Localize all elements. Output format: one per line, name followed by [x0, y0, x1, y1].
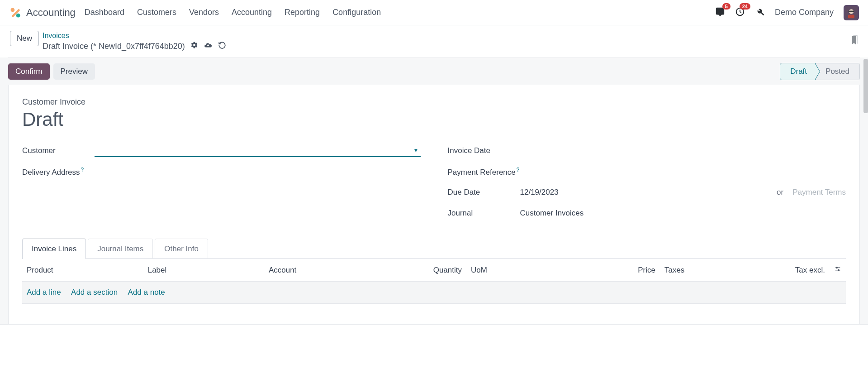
svg-point-1: [11, 8, 15, 12]
journal-field[interactable]: Customer Invoices: [520, 209, 846, 218]
new-button[interactable]: New: [10, 31, 39, 46]
journal-label: Journal: [448, 209, 520, 218]
scrollbar[interactable]: [863, 59, 868, 113]
preview-button[interactable]: Preview: [53, 63, 95, 80]
breadcrumb-parent[interactable]: Invoices: [43, 31, 226, 41]
breadcrumb: Invoices Draft Invoice (* NewId_0x7ff4f7…: [43, 31, 226, 52]
col-label[interactable]: Label: [143, 259, 264, 282]
tab-bar: Invoice Lines Journal Items Other Info: [22, 238, 846, 259]
app-logo-icon[interactable]: [9, 6, 22, 19]
customer-field[interactable]: ▼: [95, 144, 421, 157]
status-bar: Confirm Preview Draft Posted: [8, 57, 860, 85]
tools-icon[interactable]: [755, 7, 765, 19]
add-section-link[interactable]: Add a section: [71, 288, 118, 297]
brand-area: Accounting: [9, 6, 76, 19]
due-date-label: Due Date: [448, 188, 520, 197]
messages-icon[interactable]: 5: [715, 7, 725, 19]
column-options-icon[interactable]: [834, 266, 841, 274]
right-column: Invoice Date Payment Reference? Due Date…: [448, 140, 846, 224]
menu-customers[interactable]: Customers: [137, 8, 176, 17]
help-icon[interactable]: ?: [81, 167, 84, 173]
col-account[interactable]: Account: [264, 259, 409, 282]
col-product[interactable]: Product: [22, 259, 143, 282]
menu-configuration[interactable]: Configuration: [332, 8, 381, 17]
dropdown-caret-icon: ▼: [413, 147, 419, 153]
activities-icon[interactable]: 24: [735, 7, 745, 19]
breadcrumb-current: Draft Invoice (* NewId_0x7ff4f764bb20): [43, 41, 185, 52]
app-title[interactable]: Accounting: [26, 7, 76, 19]
table-add-row: Add a line Add a section Add a note: [22, 282, 846, 304]
due-date-field[interactable]: 12/19/2023: [520, 188, 559, 197]
add-line-link[interactable]: Add a line: [27, 288, 61, 297]
confirm-button[interactable]: Confirm: [8, 63, 50, 80]
col-price[interactable]: Price: [611, 259, 660, 282]
discard-undo-icon[interactable]: [218, 41, 226, 52]
doc-title: Draft: [22, 109, 846, 130]
svg-rect-6: [849, 10, 854, 12]
doc-type-label: Customer Invoice: [22, 97, 846, 107]
menu-accounting[interactable]: Accounting: [232, 8, 272, 17]
cloud-save-icon[interactable]: [204, 41, 213, 53]
status-step-draft[interactable]: Draft: [780, 63, 816, 80]
tab-journal-items[interactable]: Journal Items: [88, 239, 153, 259]
bookmark-icon[interactable]: [850, 35, 859, 48]
status-steps: Draft Posted: [780, 63, 860, 80]
svg-rect-7: [848, 14, 854, 18]
svg-point-9: [836, 267, 838, 268]
invoice-lines-table: Product Label Account Quantity UoM Price…: [22, 259, 846, 324]
menu-reporting[interactable]: Reporting: [285, 8, 320, 17]
tab-other-info[interactable]: Other Info: [155, 239, 208, 259]
left-column: Customer ▼ Delivery Address?: [22, 140, 421, 224]
control-bar: New Invoices Draft Invoice (* NewId_0x7f…: [0, 25, 868, 57]
top-navbar: Accounting Dashboard Customers Vendors A…: [0, 0, 868, 25]
payment-terms-field[interactable]: Payment Terms: [792, 188, 846, 197]
svg-point-11: [838, 270, 840, 271]
status-step-posted[interactable]: Posted: [816, 63, 859, 80]
activities-badge: 24: [740, 3, 750, 10]
tab-invoice-lines[interactable]: Invoice Lines: [22, 239, 86, 259]
help-icon[interactable]: ?: [517, 167, 520, 173]
menu-vendors[interactable]: Vendors: [189, 8, 219, 17]
messages-badge: 5: [722, 3, 730, 10]
user-avatar[interactable]: [844, 5, 859, 20]
col-taxes[interactable]: Taxes: [660, 259, 781, 282]
col-quantity[interactable]: Quantity: [409, 259, 466, 282]
company-switcher[interactable]: Demo Company: [775, 8, 834, 17]
add-note-link[interactable]: Add a note: [128, 288, 165, 297]
table-empty-row: [22, 304, 846, 324]
payment-ref-label: Payment Reference?: [448, 167, 520, 177]
navbar-right: 5 24 Demo Company: [715, 5, 859, 20]
invoice-date-label: Invoice Date: [448, 146, 520, 155]
col-tax-excl[interactable]: Tax excl.: [781, 259, 830, 282]
form-sheet: Customer Invoice Draft Customer ▼ Delive…: [8, 85, 860, 324]
customer-label: Customer: [22, 146, 95, 155]
main-menu: Dashboard Customers Vendors Accounting R…: [85, 8, 381, 17]
delivery-address-label: Delivery Address?: [22, 167, 95, 177]
or-separator: or: [777, 188, 783, 197]
col-uom[interactable]: UoM: [466, 259, 611, 282]
svg-point-2: [16, 13, 20, 17]
settings-gear-icon[interactable]: [190, 41, 198, 52]
menu-dashboard[interactable]: Dashboard: [85, 8, 124, 17]
